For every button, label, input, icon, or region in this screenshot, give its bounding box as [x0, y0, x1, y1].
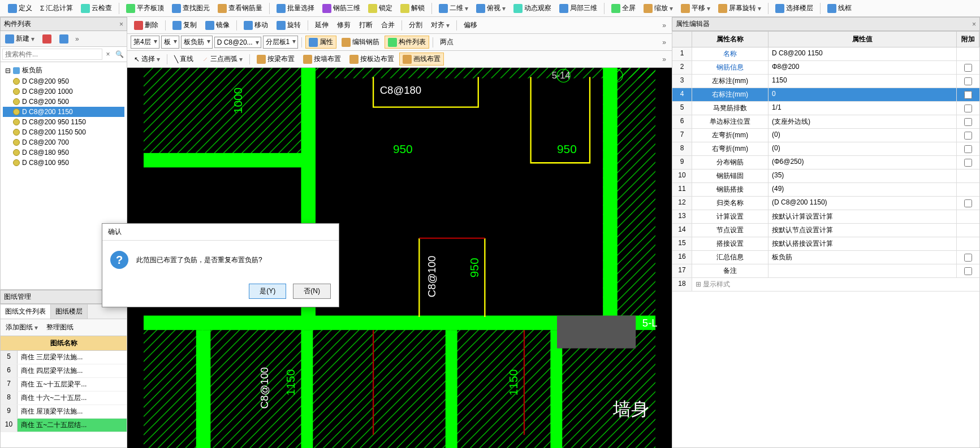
- property-row[interactable]: 1名称D C8@200 1150: [672, 47, 979, 61]
- add-drawing-button[interactable]: 添加图纸▾: [2, 321, 41, 334]
- arrange-drawing-button[interactable]: 整理图纸: [43, 321, 77, 334]
- chevron-right-icon[interactable]: »: [73, 35, 81, 43]
- property-row[interactable]: 5马凳筋排数1/1: [672, 102, 979, 115]
- tree-item[interactable]: D C8@200 1000: [3, 86, 124, 97]
- close-icon[interactable]: ×: [972, 20, 976, 28]
- view-rebar-button[interactable]: 查看钢筋量: [214, 2, 266, 15]
- chevron-right-icon[interactable]: »: [660, 21, 668, 29]
- expand-row[interactable]: 18 ⊞ 显示样式: [672, 278, 979, 292]
- move-button[interactable]: 移动: [240, 19, 271, 32]
- mirror-button[interactable]: 镜像: [202, 19, 233, 32]
- subtype-select[interactable]: 板负筋: [181, 36, 213, 49]
- chevron-right-icon[interactable]: »: [660, 55, 668, 63]
- split-button[interactable]: 分割: [405, 19, 426, 32]
- spec-select[interactable]: D C8@20...: [214, 37, 261, 48]
- select-tool-button[interactable]: ↖选择▾: [131, 53, 163, 66]
- by-wall-button[interactable]: 按墙布置: [300, 53, 344, 66]
- new-component-button[interactable]: 新建▾: [2, 32, 38, 45]
- append-checkbox[interactable]: [964, 132, 972, 140]
- flat-top-button[interactable]: 平齐板顶: [123, 2, 167, 15]
- tab-file-list[interactable]: 图纸文件列表: [1, 305, 51, 319]
- break-button[interactable]: 打断: [356, 19, 376, 32]
- batch-select-button[interactable]: 批量选择: [273, 2, 318, 15]
- align-button[interactable]: 对齐▾: [428, 19, 453, 32]
- offset-button[interactable]: 偏移: [460, 19, 481, 32]
- property-row[interactable]: 9分布钢筋(Φ6@250): [672, 156, 979, 169]
- delete-button[interactable]: 删除: [131, 19, 162, 32]
- property-row[interactable]: 11钢筋搭接(49): [672, 183, 979, 197]
- rebar-3d-button[interactable]: 钢筋三维: [319, 2, 364, 15]
- property-row[interactable]: 7左弯折(mm)(0): [672, 129, 979, 142]
- search-input[interactable]: [2, 49, 102, 60]
- top-view-button[interactable]: 俯视▾: [473, 2, 509, 15]
- property-row[interactable]: 8右弯折(mm)(0): [672, 142, 979, 156]
- rotate-button[interactable]: 旋转: [273, 19, 304, 32]
- property-row[interactable]: 4右标注(mm)0: [672, 88, 979, 102]
- no-button[interactable]: 否(N): [293, 284, 331, 299]
- chevron-right-icon[interactable]: »: [660, 38, 668, 46]
- append-checkbox[interactable]: [964, 105, 972, 112]
- edit-rebar-button[interactable]: 编辑钢筋: [338, 36, 383, 49]
- lock-button[interactable]: 锁定: [365, 2, 396, 15]
- property-row[interactable]: 2钢筋信息Φ8@200: [672, 61, 979, 75]
- tree-item[interactable]: D C8@200 1150: [3, 107, 124, 117]
- floor-select[interactable]: 第4层: [131, 36, 159, 49]
- append-checkbox[interactable]: [964, 199, 972, 207]
- property-row[interactable]: 10钢筋锚固(35): [672, 169, 979, 183]
- by-beam-button[interactable]: 按梁布置: [253, 53, 298, 66]
- drawing-row[interactable]: 9商住 屋顶梁平法施...: [1, 405, 127, 419]
- property-row[interactable]: 14节点设置按默认节点设置计算: [672, 224, 979, 237]
- extend-button[interactable]: 延伸: [312, 19, 332, 32]
- merge-button[interactable]: 合并: [378, 19, 398, 32]
- by-edge-button[interactable]: 按板边布置: [346, 53, 398, 66]
- search-icon[interactable]: 🔍: [114, 49, 125, 60]
- cloud-check-button[interactable]: 云检查: [77, 2, 115, 15]
- fullscreen-button[interactable]: 全屏: [608, 2, 639, 15]
- local-3d-button[interactable]: 局部三维: [556, 2, 601, 15]
- dynamic-view-button[interactable]: 动态观察: [510, 2, 555, 15]
- copy-component-button[interactable]: [56, 33, 72, 45]
- two-d-button[interactable]: 二维▾: [435, 2, 472, 15]
- wireframe-button[interactable]: 线框: [824, 2, 855, 15]
- line-tool-button[interactable]: ╲直线: [171, 53, 197, 66]
- pan-button[interactable]: 平移▾: [677, 2, 714, 15]
- append-checkbox[interactable]: [964, 91, 972, 99]
- drawing-row[interactable]: 7商住 五~十五层梁平...: [1, 378, 127, 392]
- tree-item[interactable]: D C8@200 700: [3, 137, 124, 147]
- property-row[interactable]: 17备注: [672, 264, 979, 278]
- clear-icon[interactable]: ×: [102, 49, 114, 60]
- tree-item[interactable]: D C8@100 950: [3, 158, 124, 168]
- unlock-button[interactable]: 解锁: [397, 2, 428, 15]
- append-checkbox[interactable]: [964, 159, 972, 167]
- property-row[interactable]: 12归类名称(D C8@200 1150): [672, 197, 979, 210]
- tree-item[interactable]: D C8@180 950: [3, 147, 124, 158]
- two-point-button[interactable]: 两点: [437, 36, 457, 49]
- append-checkbox[interactable]: [964, 145, 972, 153]
- drawing-row[interactable]: 5商住 三层梁平法施...: [1, 351, 127, 364]
- tree-item[interactable]: D C8@200 500: [3, 97, 124, 107]
- copy-button[interactable]: 复制: [169, 19, 200, 32]
- append-checkbox[interactable]: [964, 77, 972, 85]
- find-element-button[interactable]: 查找图元: [169, 2, 213, 15]
- drawing-row[interactable]: 6商住 四层梁平法施...: [1, 364, 127, 378]
- zoom-button[interactable]: 缩放▾: [640, 2, 676, 15]
- yes-button[interactable]: 是(Y): [249, 284, 286, 299]
- drawing-row[interactable]: 10商住 五~二十五层结...: [1, 419, 127, 432]
- define-button[interactable]: 定义: [5, 2, 36, 15]
- arc-tool-button[interactable]: ⟋三点画弧▾: [198, 53, 246, 66]
- property-row[interactable]: 16汇总信息板负筋: [672, 251, 979, 264]
- select-floor-button[interactable]: 选择楼层: [772, 2, 817, 15]
- append-checkbox[interactable]: [964, 267, 972, 275]
- type-select[interactable]: 板: [161, 36, 179, 49]
- attr-button[interactable]: 属性: [305, 36, 336, 49]
- delete-component-button[interactable]: [39, 33, 55, 45]
- property-row[interactable]: 6单边标注位置(支座外边线): [672, 115, 979, 129]
- tree-root[interactable]: ⊟ 板负筋: [3, 64, 124, 76]
- component-list-button[interactable]: 构件列表: [385, 36, 429, 49]
- tree-item[interactable]: D C8@200 950 1150: [3, 117, 124, 127]
- close-icon[interactable]: ×: [119, 20, 123, 28]
- property-row[interactable]: 15搭接设置按默认搭接设置计算: [672, 237, 979, 251]
- trim-button[interactable]: 修剪: [334, 19, 354, 32]
- draw-line-button[interactable]: 画线布置: [399, 53, 444, 66]
- append-checkbox[interactable]: [964, 64, 972, 72]
